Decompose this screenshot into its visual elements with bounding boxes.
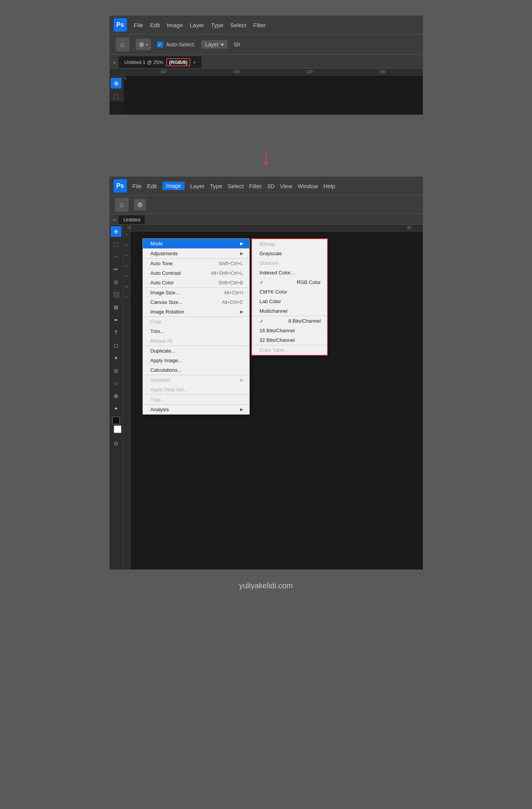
tool-crop-bottom[interactable]: ⊠ bbox=[111, 302, 121, 313]
top-tab-bar: » Untitled-1 @ 25% (RGB/8) × bbox=[110, 55, 423, 69]
menu-item-adjustments[interactable]: Adjustments ▶ bbox=[143, 249, 249, 258]
chevron-move-top: ▾ bbox=[146, 43, 148, 47]
move-tool-top[interactable]: ⊕ ▾ bbox=[136, 39, 151, 50]
menu-section-adjustments: Adjustments ▶ bbox=[143, 249, 249, 259]
top-canvas-content: 160 140 120 100 0 bbox=[123, 69, 423, 115]
tool-fg-color-bottom[interactable] bbox=[112, 417, 120, 424]
tool-extra-bottom[interactable]: ⊙ bbox=[111, 438, 121, 449]
tab-scroll-arrows-top[interactable]: » bbox=[113, 60, 116, 65]
home-button-top[interactable]: ⌂ bbox=[116, 38, 129, 51]
move-tool-bottom[interactable]: ⊕ bbox=[134, 199, 146, 210]
move-tool-btn-top[interactable]: ⊕ bbox=[111, 78, 121, 89]
mode-rgb-color[interactable]: ✓ RGB Color bbox=[252, 277, 327, 287]
menu-image-top[interactable]: Image bbox=[167, 22, 183, 28]
menu-image-bottom[interactable]: Image bbox=[162, 182, 185, 190]
bottom-main-area: ⊕ ⬚ ⋯ ✏ ⊙ ⬛ ⊠ ✒ T ◻ ✦ ◎ ☼ ⊕ ✦ ⊙ 16 40 bbox=[110, 225, 423, 569]
tool-type-bottom[interactable]: T bbox=[111, 327, 121, 338]
top-canvas-dark: 0 bbox=[123, 75, 423, 115]
tool-move-bottom[interactable]: ⊕ bbox=[111, 226, 121, 237]
layer-dropdown-top[interactable]: Layer ▾ bbox=[201, 40, 228, 49]
menu-item-auto-tone[interactable]: Auto Tone Shift+Ctrl+L bbox=[143, 259, 249, 268]
mode-lab-color[interactable]: Lab Color bbox=[252, 297, 327, 306]
bottom-menubar: Ps File Edit Image Layer Type Select Fil… bbox=[110, 177, 423, 195]
menu-3d-bottom[interactable]: 3D bbox=[267, 183, 275, 189]
mode-bits-section: ✓ 8 Bits/Channel 16 Bits/Channel 32 Bits… bbox=[252, 316, 327, 345]
tool-zoom-bottom[interactable]: ◎ bbox=[111, 365, 121, 376]
mode-indexed-color[interactable]: Indexed Color... bbox=[252, 268, 327, 277]
down-arrow-icon: ↓ bbox=[260, 146, 272, 169]
auto-select-row-top: ✓ Auto-Select: bbox=[157, 41, 195, 48]
menu-item-image-size[interactable]: Image Size... Alt+Ctrl+I bbox=[143, 288, 249, 297]
menu-edit-bottom[interactable]: Edit bbox=[147, 183, 157, 189]
mode-multichannel[interactable]: Multichannel bbox=[252, 306, 327, 316]
bottom-ruler-v: 0 2 4 6 8 10 1 bbox=[123, 231, 130, 569]
menu-layer-bottom[interactable]: Layer bbox=[190, 183, 205, 189]
menu-section-mode: Mode ▶ bbox=[143, 239, 249, 249]
tab-scroll-arrows-bottom[interactable]: » bbox=[113, 217, 116, 223]
move-icon-bottom: ⊕ bbox=[137, 200, 143, 209]
select-tool-btn-top[interactable]: ⬚ bbox=[111, 91, 121, 102]
tool-bg-color-bottom[interactable] bbox=[114, 425, 121, 433]
menu-select-top[interactable]: Select bbox=[230, 22, 246, 28]
tool-stamp-bottom[interactable]: ⊙ bbox=[111, 277, 121, 287]
tool-pen-bottom[interactable]: ✒ bbox=[111, 315, 121, 325]
top-menubar: Ps File Edit Image Layer Type Select Fil… bbox=[110, 16, 423, 34]
tool-brush-bottom[interactable]: ✏ bbox=[111, 264, 121, 275]
top-photoshop-window: Ps File Edit Image Layer Type Select Fil… bbox=[109, 15, 423, 115]
mode-8bit[interactable]: ✓ 8 Bits/Channel bbox=[252, 316, 327, 326]
top-toolbar: ⌂ ⊕ ▾ ✓ Auto-Select: Layer ▾ Sh bbox=[110, 34, 423, 55]
menu-item-auto-color[interactable]: Auto Color Shift+Ctrl+B bbox=[143, 278, 249, 287]
tab-close-top[interactable]: × bbox=[193, 60, 196, 65]
menu-item-duplicate[interactable]: Duplicate... bbox=[143, 346, 249, 356]
menu-item-analysis[interactable]: Analysis ▶ bbox=[143, 405, 249, 414]
ps-logo-top[interactable]: Ps bbox=[113, 18, 127, 32]
home-button-bottom[interactable]: ⌂ bbox=[115, 198, 129, 212]
analysis-arrow: ▶ bbox=[240, 407, 243, 412]
menu-item-trim[interactable]: Trim... bbox=[143, 327, 249, 336]
tool-lasso-bottom[interactable]: ⋯ bbox=[111, 251, 121, 262]
tool-hand-bottom[interactable]: ✦ bbox=[111, 353, 121, 363]
menu-type-top[interactable]: Type bbox=[211, 22, 224, 28]
mode-cmyk-color[interactable]: CMYK Color bbox=[252, 287, 327, 297]
tool-select-bottom[interactable]: ⬚ bbox=[111, 239, 121, 249]
tool-dodge-bottom[interactable]: ☼ bbox=[111, 378, 121, 389]
ps-logo-bottom[interactable]: Ps bbox=[113, 179, 127, 193]
menu-filter-bottom[interactable]: Filter bbox=[249, 183, 262, 189]
menu-layer-top[interactable]: Layer bbox=[190, 22, 204, 28]
tool-eraser-bottom[interactable]: ⬛ bbox=[111, 289, 121, 300]
menu-help-bottom[interactable]: Help bbox=[323, 183, 335, 189]
bottom-active-tab[interactable]: Untitled bbox=[119, 215, 145, 224]
menu-item-mode[interactable]: Mode ▶ bbox=[143, 239, 249, 248]
auto-select-checkbox-top[interactable]: ✓ bbox=[157, 41, 163, 48]
menu-type-bottom[interactable]: Type bbox=[210, 183, 223, 189]
mode-submenu[interactable]: Bitmap Grayscale Duotone Indexed Color..… bbox=[251, 238, 328, 356]
menu-edit-top[interactable]: Edit bbox=[150, 22, 160, 28]
top-active-tab[interactable]: Untitled-1 @ 25% (RGB/8) × bbox=[119, 56, 201, 68]
menu-file-top[interactable]: File bbox=[134, 22, 143, 28]
top-ruler-h: 160 140 120 100 bbox=[123, 69, 423, 75]
mode-32bit[interactable]: 32 Bits/Channel bbox=[252, 335, 327, 345]
menu-item-image-rotation[interactable]: Image Rotation ▶ bbox=[143, 307, 249, 317]
menu-view-bottom[interactable]: View bbox=[280, 183, 292, 189]
menu-item-reveal-all: Reveal All bbox=[143, 336, 249, 346]
mode-grayscale[interactable]: Grayscale bbox=[252, 249, 327, 258]
menu-item-calculations[interactable]: Calculations... bbox=[143, 365, 249, 375]
menu-section-trap: Trap... bbox=[143, 395, 249, 405]
image-menu-dropdown[interactable]: Mode ▶ Adjustments ▶ Auto Tone Shift+Ctr bbox=[142, 238, 250, 415]
menu-file-bottom[interactable]: File bbox=[133, 183, 142, 189]
tool-blur-bottom[interactable]: ✦ bbox=[111, 403, 121, 414]
top-tool-column: ⊕ ⬚ bbox=[110, 75, 123, 102]
bottom-left-toolbar: ⊕ ⬚ ⋯ ✏ ⊙ ⬛ ⊠ ✒ T ◻ ✦ ◎ ☼ ⊕ ✦ ⊙ bbox=[110, 225, 123, 569]
menu-item-canvas-size[interactable]: Canvas Size... Alt+Ctrl+C bbox=[143, 297, 249, 307]
menu-filter-top[interactable]: Filter bbox=[253, 22, 266, 28]
mode-16bit[interactable]: 16 Bits/Channel bbox=[252, 326, 327, 335]
tool-shape-bottom[interactable]: ◻ bbox=[111, 340, 121, 351]
menu-item-auto-contrast[interactable]: Auto Contrast Alt+Shift+Ctrl+L bbox=[143, 268, 249, 278]
menu-window-bottom[interactable]: Window bbox=[298, 183, 318, 189]
tool-gradient-bottom[interactable]: ⊕ bbox=[111, 391, 121, 401]
menu-item-trap: Trap... bbox=[143, 395, 249, 404]
mode-bitmap: Bitmap bbox=[252, 239, 327, 249]
menu-item-apply-image[interactable]: Apply Image... bbox=[143, 356, 249, 365]
sh-label-top: Sh bbox=[234, 41, 240, 48]
menu-select-bottom[interactable]: Select bbox=[228, 183, 244, 189]
